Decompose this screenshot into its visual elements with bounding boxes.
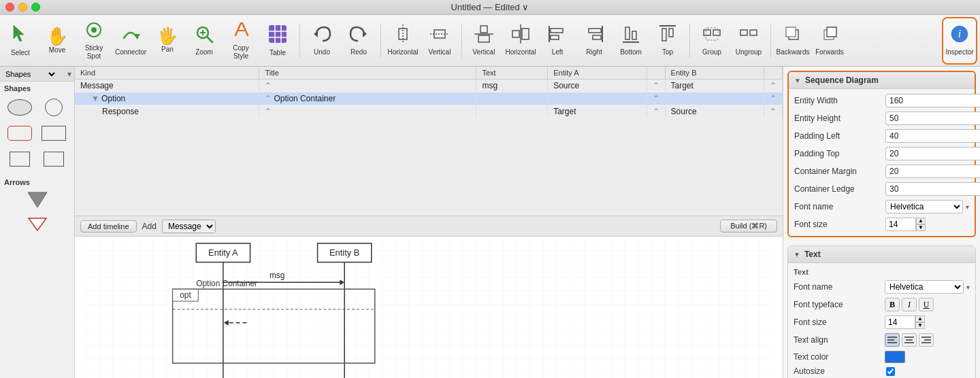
move-label: Move [49,46,65,54]
diagram-svg: Entity A Entity B msg opt Option Contain… [75,237,783,378]
align-bottom-button[interactable]: Bottom [613,17,649,65]
align-bottom-icon [621,24,640,47]
close-button[interactable] [5,3,14,12]
align-right-button[interactable]: Right [576,17,612,65]
underline-button[interactable]: U [919,298,934,311]
svg-text:i: i [958,28,961,39]
font-size-input-text[interactable] [885,315,915,329]
message-select[interactable]: Message [162,220,216,233]
svg-rect-30 [593,35,601,39]
shape-rect-sm2[interactable] [39,148,68,170]
add-timeline-button[interactable]: Add timeline [80,220,137,233]
svg-rect-35 [662,29,666,41]
table-row[interactable]: Response ⌃ Target ⌃ Source ⌃ [75,105,783,118]
table-row[interactable]: ▼Option ⌃Option Container ⌃ ⌃ [75,92,783,105]
entity-height-input[interactable] [885,111,980,125]
window-title: Untitled — Edited ∨ [451,2,529,12]
diagram-canvas[interactable]: Entity A Entity B msg opt Option Contain… [75,237,783,378]
cell-title: ⌃ [259,105,476,118]
maximize-button[interactable] [31,3,40,12]
autosize-row: Autosize [788,365,975,377]
shape-rect-red[interactable] [5,122,34,144]
align-left-text-button[interactable] [885,333,900,347]
font-name-select-text[interactable]: Helvetica [885,280,964,294]
align-top-button[interactable]: Top [650,17,685,65]
table-icon [267,24,288,48]
cell-entity-a-chevron[interactable]: ⌃ [647,80,665,92]
distribute-horizontal-button[interactable]: Horizontal [385,17,421,65]
shapes-grid [0,94,74,173]
align-center-text-button[interactable] [902,333,917,347]
select-label: Select [11,49,30,57]
sequence-diagram-header[interactable]: ▼ Sequence Diagram [789,72,975,89]
container-ledge-input[interactable] [885,182,980,196]
undo-button[interactable]: Undo [304,17,340,65]
cell-entity-a-chevron[interactable]: ⌃ [647,92,665,105]
table-row[interactable]: Message ⌃ msg Source ⌃ Target ⌃ [75,80,783,92]
entity-width-input[interactable] [885,94,980,107]
pan-tool[interactable]: 🖐 Pan [150,17,185,65]
toolbar-separator-5 [770,24,771,58]
zoom-tool[interactable]: Zoom [186,17,222,65]
table-tool[interactable]: Table [260,17,295,65]
build-button[interactable]: Build (⌘R) [720,220,777,233]
italic-button[interactable]: I [902,298,917,311]
copy-style-tool[interactable]: Copy Style [223,17,259,65]
ungroup-button[interactable]: Ungroup [731,17,766,65]
cell-entity-b-chevron[interactable]: ⌃ [764,80,783,92]
cell-entity-b-chevron[interactable]: ⌃ [764,105,783,118]
font-size-down[interactable]: ▼ [916,224,926,231]
forwards-button[interactable]: Forwards [812,17,847,65]
shape-rect-sm1[interactable] [5,148,34,170]
shape-circle-outline[interactable] [39,97,68,118]
font-name-row-seq: Font name Helvetica ▾ [789,198,975,216]
move-tool[interactable]: ✋ Move [39,17,75,65]
shape-ellipse-filled[interactable] [5,97,34,118]
text-section-title: Text [804,250,821,259]
entity-width-row: Entity Width [789,92,975,109]
align-vertical-icon [474,24,493,47]
align-right-text-button[interactable] [919,333,934,347]
font-size-down-text[interactable]: ▼ [915,322,925,329]
connector-icon [121,24,140,47]
autosize-checkbox[interactable] [886,367,895,376]
shapes-dropdown-arrow[interactable]: ▾ [67,69,71,79]
bold-button[interactable]: B [885,298,900,311]
align-horizontal-label: Horizontal [505,48,536,56]
font-name-select-seq[interactable]: Helvetica [885,200,963,213]
padding-top-row: Padding Top [789,145,975,162]
padding-left-input[interactable] [885,129,980,143]
shapes-dropdown[interactable]: Shapes [3,69,57,79]
font-size-up[interactable]: ▲ [916,218,926,224]
align-vertical-button[interactable]: Vertical [466,17,502,65]
text-section-header[interactable]: ▼ Text [788,246,975,263]
svg-text:Entity A: Entity A [208,247,238,258]
cell-entity-a-chevron[interactable]: ⌃ [647,105,665,118]
group-button[interactable]: Group [694,17,730,65]
connector-label: Connector [115,48,146,56]
arrow-filled-down[interactable] [5,188,69,209]
table-scroll[interactable]: Kind Title Text Entity A Entity B M [75,67,783,216]
text-color-swatch[interactable] [885,351,905,363]
connector-tool[interactable]: Connector [113,17,148,65]
font-size-input-seq[interactable] [885,218,916,231]
shape-rect-outline[interactable] [39,122,68,144]
align-left-button[interactable]: Left [540,17,575,65]
select-tool[interactable]: Select [3,17,38,65]
inspector-button[interactable]: i Inspector [942,17,977,65]
arrow-outline-down[interactable] [5,212,69,234]
container-margin-input[interactable] [885,165,980,178]
copy-style-label: Copy Style [225,44,257,61]
distribute-vertical-button[interactable]: Vertical [422,17,457,65]
text-color-label: Text color [794,352,882,362]
cell-entity-b-chevron[interactable]: ⌃ [764,92,783,105]
redo-button[interactable]: Redo [341,17,376,65]
align-horizontal-button[interactable]: Horizontal [503,17,538,65]
font-size-up-text[interactable]: ▲ [915,315,925,322]
padding-top-input[interactable] [885,147,980,160]
sticky-spot-tool[interactable]: Sticky Spot [76,17,112,65]
cell-entity-b: Target [665,80,764,92]
minimize-button[interactable] [18,3,27,12]
backwards-button[interactable]: Backwards [775,17,811,65]
svg-text:Entity B: Entity B [329,247,359,258]
